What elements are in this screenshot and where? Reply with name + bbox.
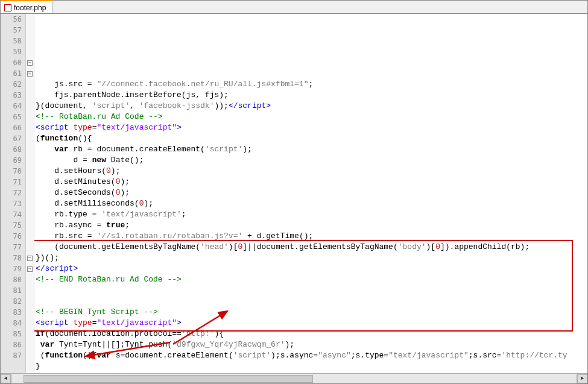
line-number-gutter[interactable]: 5657585960616263646566676869707172737475…: [1, 14, 26, 373]
tab-footer-php[interactable]: footer.php: [1, 0, 52, 13]
code-line[interactable]: rb.type = 'text/javascript';: [36, 209, 587, 220]
line-number[interactable]: 67: [1, 133, 22, 144]
code-line[interactable]: d.setHours(0);: [36, 166, 587, 177]
fold-toggle: [26, 122, 34, 133]
code-line[interactable]: </script>: [36, 263, 587, 274]
line-number[interactable]: 80: [1, 274, 22, 285]
fold-toggle: [26, 101, 34, 112]
fold-toggle[interactable]: −: [26, 57, 34, 68]
code-line[interactable]: d.setMinutes(0);: [36, 177, 587, 187]
scroll-thumb[interactable]: [24, 375, 313, 383]
code-line[interactable]: }(document, 'script', 'facebook-jssdk'))…: [36, 101, 587, 112]
line-number[interactable]: 57: [1, 25, 22, 36]
line-number[interactable]: 65: [1, 112, 22, 122]
code-line[interactable]: (document.getElementsByTagName('head')[0…: [36, 242, 587, 253]
fold-toggle[interactable]: −: [26, 253, 34, 263]
line-number[interactable]: 77: [1, 242, 22, 253]
line-number[interactable]: 61: [1, 68, 22, 79]
fold-toggle: [26, 350, 34, 361]
fold-toggle: [26, 90, 34, 101]
fold-toggle[interactable]: −: [26, 68, 34, 79]
code-line[interactable]: <script type="text/javascript">: [36, 122, 587, 133]
code-line[interactable]: var Tynt=Tynt||[];Tynt.push('d9fgxw_Yqr4…: [36, 339, 587, 350]
line-number[interactable]: 68: [1, 144, 22, 155]
file-icon: [4, 4, 11, 11]
line-number[interactable]: 83: [1, 307, 22, 318]
fold-toggle: [26, 36, 34, 46]
line-number[interactable]: 70: [1, 166, 22, 177]
fold-toggle: [26, 242, 34, 253]
line-number[interactable]: 74: [1, 209, 22, 220]
code-line[interactable]: rb.async = true;: [36, 220, 587, 231]
line-number[interactable]: 66: [1, 122, 22, 133]
tab-bar: footer.php: [1, 1, 587, 14]
fold-toggle: [26, 296, 34, 307]
horizontal-scrollbar[interactable]: ◄ ►: [1, 373, 587, 383]
code-line[interactable]: d.setSeconds(0);: [36, 187, 587, 198]
fold-toggle: [26, 155, 34, 166]
fold-toggle: [26, 285, 34, 296]
line-number[interactable]: 60: [1, 57, 22, 68]
fold-toggle: [26, 25, 34, 36]
fold-toggle: [26, 166, 34, 177]
line-number[interactable]: 87: [1, 350, 22, 361]
line-number[interactable]: 78: [1, 253, 22, 263]
line-number[interactable]: 63: [1, 90, 22, 101]
code-line[interactable]: js.src = "//connect.facebook.net/ru_RU/a…: [36, 79, 587, 90]
fold-toggle: [26, 177, 34, 187]
line-number[interactable]: 64: [1, 101, 22, 112]
code-line[interactable]: rb.src = '//s1.rotaban.ru/rotaban.js?v='…: [36, 231, 587, 242]
line-number[interactable]: 84: [1, 318, 22, 329]
fold-toggle: [26, 198, 34, 209]
code-line[interactable]: <!-- RotaBan.ru Ad Code -->: [36, 112, 587, 122]
line-number[interactable]: 69: [1, 155, 22, 166]
fold-gutter[interactable]: −−−−: [26, 14, 34, 373]
line-number[interactable]: 59: [1, 46, 22, 57]
line-number[interactable]: 72: [1, 187, 22, 198]
code-line[interactable]: (function(){: [36, 133, 587, 144]
code-line[interactable]: var rb = document.createElement('script'…: [36, 144, 587, 155]
code-line[interactable]: if(document.location.protocol=='http:'){: [36, 329, 587, 339]
code-line[interactable]: }: [36, 361, 587, 372]
fold-toggle: [26, 112, 34, 122]
tab-label: footer.php: [14, 4, 46, 12]
fold-toggle: [26, 187, 34, 198]
code-line[interactable]: d = new Date();: [36, 155, 587, 166]
line-number[interactable]: 56: [1, 14, 22, 25]
fold-toggle: [26, 46, 34, 57]
code-line[interactable]: fjs.parentNode.insertBefore(js, fjs);: [36, 90, 587, 101]
line-number[interactable]: 71: [1, 177, 22, 187]
scroll-left-button[interactable]: ◄: [1, 374, 11, 383]
code-line[interactable]: </script>: [36, 372, 587, 373]
code-area[interactable]: js.src = "//connect.facebook.net/ru_RU/a…: [34, 14, 587, 373]
fold-toggle[interactable]: −: [26, 263, 34, 274]
line-number[interactable]: 75: [1, 220, 22, 231]
line-number[interactable]: 62: [1, 79, 22, 90]
code-line[interactable]: [36, 285, 587, 296]
line-number[interactable]: 73: [1, 198, 22, 209]
scroll-right-button[interactable]: ►: [577, 374, 587, 383]
line-number[interactable]: 58: [1, 36, 22, 46]
code-line[interactable]: <!-- BEGIN Tynt Script -->: [36, 307, 587, 318]
fold-toggle: [26, 329, 34, 339]
code-line[interactable]: (function(){var s=document.createElement…: [36, 350, 587, 361]
line-number[interactable]: 82: [1, 296, 22, 307]
line-number[interactable]: 86: [1, 339, 22, 350]
code-line[interactable]: <script type="text/javascript">: [36, 318, 587, 329]
code-line[interactable]: d.setMilliseconds(0);: [36, 198, 587, 209]
code-line[interactable]: [36, 296, 587, 307]
line-number[interactable]: 76: [1, 231, 22, 242]
fold-toggle: [26, 79, 34, 90]
code-line[interactable]: <!-- END RotaBan.ru Ad Code -->: [36, 274, 587, 285]
fold-toggle: [26, 144, 34, 155]
editor-window: footer.php 56575859606162636465666768697…: [0, 0, 588, 384]
fold-toggle: [26, 231, 34, 242]
line-number[interactable]: 81: [1, 285, 22, 296]
scroll-track[interactable]: [11, 374, 577, 383]
fold-toggle: [26, 14, 34, 25]
code-line[interactable]: })();: [36, 253, 587, 263]
fold-toggle: [26, 274, 34, 285]
line-number[interactable]: 79: [1, 263, 22, 274]
line-number[interactable]: 85: [1, 329, 22, 339]
fold-toggle: [26, 339, 34, 350]
